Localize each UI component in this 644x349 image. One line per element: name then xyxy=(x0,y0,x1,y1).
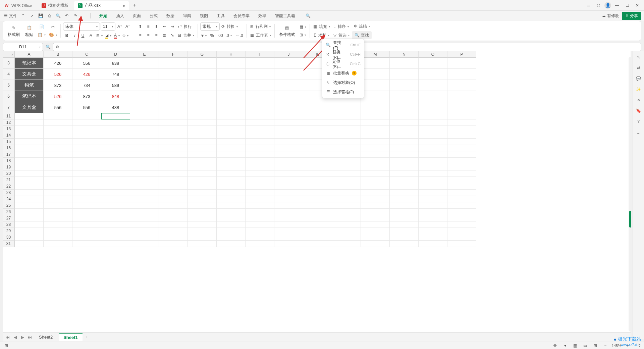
font-size-select[interactable]: 11▾ xyxy=(101,22,115,31)
cell[interactable] xyxy=(274,209,303,215)
view-normal-icon[interactable]: ▦ xyxy=(572,342,579,349)
row-header[interactable]: 19 xyxy=(3,164,15,170)
cell[interactable] xyxy=(44,132,72,139)
cell[interactable] xyxy=(361,177,390,183)
cell[interactable] xyxy=(361,58,390,69)
cell[interactable] xyxy=(447,113,476,119)
find-menu-item[interactable]: ◌定位(S)...Ctrl+G xyxy=(322,59,364,68)
cell[interactable] xyxy=(130,145,159,151)
row-header[interactable]: 28 xyxy=(3,221,15,228)
cell[interactable] xyxy=(274,170,303,177)
magic-icon[interactable]: ✨ xyxy=(635,85,643,93)
cell[interactable] xyxy=(274,241,303,247)
cell[interactable] xyxy=(332,190,361,196)
cell[interactable] xyxy=(72,183,101,190)
cell[interactable] xyxy=(159,241,188,247)
cell[interactable] xyxy=(15,221,44,228)
cell[interactable]: 铅笔 xyxy=(15,80,44,91)
zoom-out[interactable]: − xyxy=(602,342,609,349)
cut-icon[interactable]: ✂ xyxy=(48,23,58,31)
cell[interactable] xyxy=(447,183,476,190)
cell[interactable] xyxy=(159,177,188,183)
tab-page[interactable]: 页面 xyxy=(129,12,145,20)
strike-button[interactable]: A xyxy=(87,32,95,39)
cell[interactable] xyxy=(390,196,419,202)
cell[interactable] xyxy=(44,241,72,247)
cell[interactable] xyxy=(390,183,419,190)
border-button[interactable]: ⊞ xyxy=(95,32,104,39)
indent-dec-icon[interactable]: ⇤ xyxy=(161,23,168,30)
cell[interactable] xyxy=(101,139,130,145)
cell[interactable] xyxy=(419,190,447,196)
cell[interactable] xyxy=(447,91,476,102)
cell[interactable] xyxy=(419,91,447,102)
cell[interactable] xyxy=(390,221,419,228)
cell[interactable] xyxy=(447,221,476,228)
cell[interactable]: 426 xyxy=(44,58,72,69)
cell[interactable] xyxy=(101,145,130,151)
cell[interactable] xyxy=(159,145,188,151)
cell[interactable] xyxy=(419,69,447,80)
cell[interactable] xyxy=(159,119,188,126)
percent-icon[interactable]: % xyxy=(208,32,216,39)
cell[interactable] xyxy=(159,234,188,241)
cell[interactable] xyxy=(159,113,188,119)
row-header[interactable]: 6 xyxy=(3,91,15,102)
cell[interactable] xyxy=(332,183,361,190)
cell[interactable] xyxy=(303,228,332,234)
cell[interactable] xyxy=(217,151,246,158)
cell[interactable] xyxy=(188,132,217,139)
cell[interactable] xyxy=(419,221,447,228)
cell[interactable] xyxy=(332,234,361,241)
row-header[interactable]: 5 xyxy=(3,80,15,91)
cell[interactable] xyxy=(390,119,419,126)
cell[interactable] xyxy=(44,228,72,234)
cell[interactable]: 488 xyxy=(101,102,130,113)
worksheet-button[interactable]: ▦工作表 xyxy=(249,32,272,39)
fill-color-button[interactable]: ◢ xyxy=(104,32,112,39)
comma-icon[interactable]: ,00 xyxy=(216,32,224,39)
cell[interactable] xyxy=(419,196,447,202)
cell[interactable] xyxy=(332,119,361,126)
find-menu-item[interactable]: ↖选择对象(O) xyxy=(322,78,364,87)
convert-button[interactable]: ⟳转换 xyxy=(220,23,239,30)
cell[interactable] xyxy=(246,170,274,177)
cell[interactable]: 873 xyxy=(44,80,72,91)
cell[interactable] xyxy=(72,215,101,221)
tab-tools[interactable]: 工具 xyxy=(213,12,229,20)
cell[interactable] xyxy=(101,190,130,196)
cell[interactable] xyxy=(390,241,419,247)
cell[interactable] xyxy=(246,69,274,80)
font-color-button[interactable]: A xyxy=(113,32,121,39)
cell[interactable] xyxy=(361,151,390,158)
cell[interactable] xyxy=(217,145,246,151)
row-header[interactable]: 13 xyxy=(3,126,15,132)
cell[interactable]: 748 xyxy=(101,69,130,80)
cell[interactable] xyxy=(361,221,390,228)
status-mode-icon[interactable]: ⊞ xyxy=(3,342,10,349)
cell[interactable] xyxy=(217,221,246,228)
cell[interactable] xyxy=(332,228,361,234)
cell[interactable] xyxy=(217,228,246,234)
italic-button[interactable]: I xyxy=(71,32,78,39)
cell[interactable] xyxy=(15,241,44,247)
filter-button[interactable]: ▽筛选 xyxy=(332,32,351,39)
cell[interactable] xyxy=(217,113,246,119)
cell[interactable] xyxy=(332,241,361,247)
cell[interactable] xyxy=(130,209,159,215)
cell[interactable] xyxy=(246,139,274,145)
cell[interactable] xyxy=(44,145,72,151)
cell[interactable] xyxy=(274,215,303,221)
cell[interactable] xyxy=(246,113,274,119)
cell[interactable] xyxy=(188,170,217,177)
cell[interactable] xyxy=(72,132,101,139)
cell[interactable] xyxy=(303,190,332,196)
tab-view[interactable]: 视图 xyxy=(196,12,212,20)
cell[interactable] xyxy=(447,202,476,209)
cell[interactable] xyxy=(72,170,101,177)
align-center-icon[interactable]: ≡ xyxy=(145,32,152,39)
cell[interactable] xyxy=(303,221,332,228)
cell[interactable] xyxy=(303,102,332,113)
cell[interactable] xyxy=(44,158,72,164)
row-header[interactable]: 12 xyxy=(3,119,15,126)
